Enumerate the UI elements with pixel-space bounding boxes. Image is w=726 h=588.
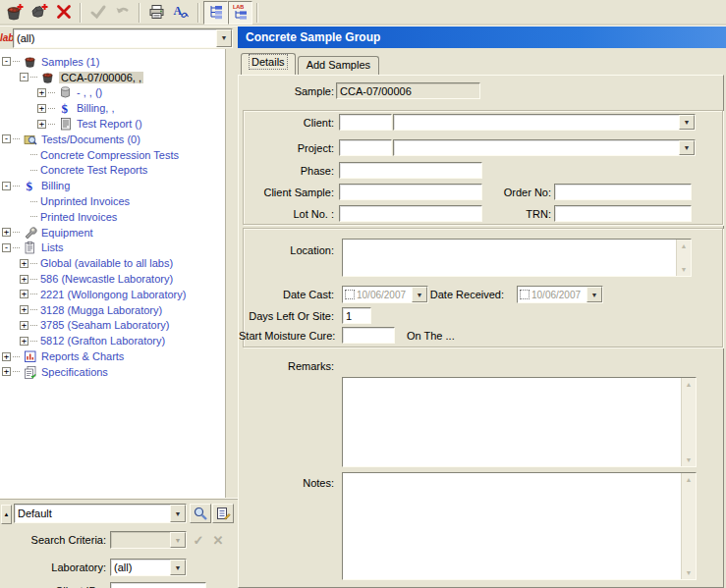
tree-item[interactable]: +3128 (Mugga Laboratory) — [0, 302, 225, 318]
collapse-icon[interactable]: - — [2, 182, 11, 190]
tab-details[interactable]: Details — [241, 53, 296, 75]
dropdown-arrow-icon[interactable]: ▼ — [586, 287, 602, 302]
tree-item[interactable]: Printed Invoices — [0, 209, 225, 225]
edit-criteria-button[interactable] — [212, 504, 234, 523]
dropdown-arrow-icon[interactable]: ▼ — [679, 115, 695, 130]
tree-item[interactable]: +Equipment — [0, 225, 225, 241]
tree-item[interactable]: -Lists — [0, 241, 225, 256]
scroll-up-icon[interactable]: ▲ — [681, 242, 688, 249]
spell-check-button[interactable]: A — [169, 1, 194, 25]
tree-item[interactable]: Concrete Compression Tests — [0, 147, 225, 163]
remarks-textarea[interactable]: ▲▼ — [342, 377, 697, 467]
tree-item[interactable]: +586 (Newcastle Laboratory) — [0, 271, 225, 287]
dollar-icon: $ — [23, 179, 37, 192]
expand-icon[interactable]: + — [37, 88, 46, 97]
collapse-finder-button[interactable]: ▲ — [1, 505, 12, 524]
expand-icon[interactable]: + — [20, 290, 28, 298]
collapse-icon[interactable]: - — [2, 57, 11, 66]
tree-item[interactable]: +Test Report () — [0, 116, 225, 132]
undo-button[interactable] — [110, 1, 135, 25]
expand-icon[interactable]: + — [2, 352, 11, 361]
client-id-input[interactable] — [110, 582, 206, 588]
scroll-up-icon[interactable]: ▲ — [686, 381, 693, 388]
date-cast-label: Date Cast: — [239, 289, 334, 300]
start-moisture-cure-input[interactable] — [342, 327, 395, 344]
expand-icon[interactable]: + — [20, 321, 28, 330]
lab-filter-combobox[interactable]: (all) ▼ — [13, 28, 233, 48]
expand-icon[interactable]: + — [37, 104, 46, 113]
trn-input[interactable] — [554, 205, 692, 222]
tree-item[interactable]: -CCA-07/00006, , — [0, 70, 225, 85]
date-received-picker[interactable]: 10/06/2007 ▼ — [517, 286, 603, 303]
tree-item[interactable]: +3785 (Seaham Laboratory) — [0, 318, 225, 334]
tree-item[interactable]: -Tests/Documents (0) — [0, 132, 225, 147]
location-textarea[interactable]: ▲▼ — [342, 239, 692, 277]
search-button[interactable] — [190, 504, 211, 523]
project-combobox[interactable]: ▼ — [393, 139, 696, 156]
expand-icon[interactable]: + — [20, 337, 28, 346]
scroll-up-icon[interactable]: ▲ — [686, 476, 693, 483]
lab-tree-view-button[interactable]: LAB — [228, 1, 252, 25]
add-group-button[interactable] — [27, 1, 51, 25]
dropdown-arrow-icon[interactable]: ▼ — [170, 505, 186, 522]
confirm-button[interactable] — [85, 1, 110, 25]
tree-item[interactable]: -Samples (1) — [0, 54, 225, 70]
tree-item-label: Equipment — [41, 227, 93, 239]
tree-item[interactable]: +Specifications — [0, 364, 225, 380]
undo-icon — [114, 3, 132, 24]
phase-input[interactable] — [339, 162, 482, 179]
scrollbar[interactable]: ▲▼ — [681, 473, 696, 579]
tree-item[interactable]: +Global (available to all labs) — [0, 255, 225, 271]
tree-item[interactable]: +2221 (Wollongong Laboratory) — [0, 287, 225, 302]
tree-item[interactable]: +- , , () — [0, 85, 225, 101]
date-cast-checkbox[interactable] — [345, 290, 355, 299]
order-no-input[interactable] — [554, 184, 692, 200]
tree-item[interactable]: Unprinted Invoices — [0, 193, 225, 209]
finder-view-combobox[interactable]: Default ▼ — [14, 504, 187, 523]
collapse-icon[interactable]: - — [2, 134, 11, 143]
collapse-icon[interactable]: - — [2, 243, 11, 252]
dropdown-arrow-icon[interactable]: ▼ — [170, 560, 186, 575]
laboratory-combobox[interactable]: (all) ▼ — [110, 559, 187, 576]
dropdown-arrow-icon[interactable]: ▼ — [216, 29, 232, 47]
dropdown-arrow-icon[interactable]: ▼ — [679, 140, 695, 155]
expand-icon[interactable]: + — [2, 367, 11, 376]
scroll-down-icon[interactable]: ▼ — [686, 456, 693, 463]
scroll-down-icon[interactable]: ▼ — [681, 266, 688, 273]
expand-icon[interactable]: + — [20, 259, 28, 268]
days-left-input[interactable] — [342, 307, 371, 324]
tree-item[interactable]: Concrete Test Reports — [0, 163, 225, 179]
add-sample-button[interactable] — [2, 1, 27, 25]
tree-item[interactable]: +$Billing, , — [0, 100, 225, 116]
scrollbar[interactable]: ▲▼ — [676, 240, 691, 276]
dropdown-arrow-icon[interactable]: ▼ — [170, 532, 186, 548]
samples-tree-view-button[interactable] — [203, 1, 228, 25]
sample-group-panel: Concrete Sample Group Details Add Sample… — [238, 27, 726, 588]
client-combobox[interactable]: ▼ — [393, 114, 696, 131]
tree-item[interactable]: +Reports & Charts — [0, 348, 225, 364]
notes-textarea[interactable]: ▲▼ — [342, 472, 697, 580]
tree-item[interactable]: +5812 (Grafton Laboratory) — [0, 333, 225, 348]
apply-criteria-button[interactable]: ✓ — [189, 530, 208, 550]
scroll-down-icon[interactable]: ▼ — [686, 569, 693, 576]
project-code-input[interactable] — [339, 139, 392, 156]
toolbar: ALAB — [0, 0, 726, 27]
tree-item[interactable]: -$Billing — [0, 178, 225, 193]
collapse-icon[interactable]: - — [20, 73, 28, 81]
clear-criteria-button[interactable]: ✕ — [208, 530, 228, 550]
expand-icon[interactable]: + — [20, 275, 28, 284]
expand-icon[interactable]: + — [20, 305, 28, 314]
svg-text:$: $ — [27, 179, 33, 192]
tree-item-label: Tests/Documents (0) — [41, 134, 140, 145]
date-received-checkbox[interactable] — [520, 290, 530, 299]
print-button[interactable] — [144, 1, 169, 25]
client-code-input[interactable] — [339, 114, 392, 131]
tab-add-samples[interactable]: Add Samples — [298, 56, 379, 75]
delete-button[interactable] — [51, 1, 76, 25]
expand-icon[interactable]: + — [2, 228, 11, 237]
scrollbar[interactable]: ▲▼ — [681, 378, 696, 466]
sample-field[interactable] — [336, 82, 480, 99]
lot-no-label: Lot No. : — [239, 208, 334, 220]
expand-icon[interactable]: + — [37, 120, 46, 129]
search-criteria-combobox[interactable]: ▼ — [110, 531, 187, 549]
